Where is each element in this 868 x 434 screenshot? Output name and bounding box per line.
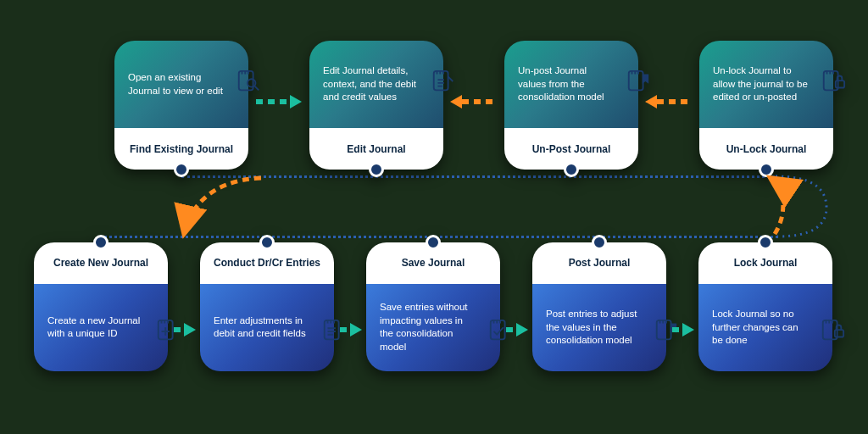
step-lock-journal: Lock Journal Lock Journal so no further … — [698, 242, 832, 371]
step-desc: Edit Journal details, context, and the d… — [323, 64, 420, 104]
connector-node — [759, 162, 774, 177]
connector-node — [426, 235, 441, 250]
search-icon — [236, 69, 261, 94]
step-desc: Un-lock Journal to allow the journal to … — [713, 64, 810, 104]
step-title: Un-Post Journal — [532, 143, 611, 155]
diagram-canvas: Open an existing Journal to view or edit… — [0, 0, 868, 434]
curved-arrow-top-to-bottom — [170, 170, 271, 242]
step-unpost-journal: Un-post Journal values from the consolid… — [504, 41, 638, 170]
step-post-journal: Post Journal Post entries to adjust the … — [532, 242, 666, 371]
step-desc: Save entries without impacting values in… — [380, 301, 476, 353]
arrow-right — [340, 327, 360, 332]
arrow-left — [647, 99, 691, 104]
lock-icon — [821, 69, 846, 94]
arrow-right — [506, 327, 526, 332]
step-title: Un-Lock Journal — [726, 143, 807, 155]
step-desc: Enter adjustments in debit and credit fi… — [214, 314, 310, 341]
step-title: Find Existing Journal — [130, 143, 233, 155]
connector-node — [564, 162, 579, 177]
arrow-right — [672, 327, 693, 332]
step-title: Create New Journal — [53, 257, 148, 269]
step-save-journal: Save Journal Save entries without impact… — [366, 242, 500, 371]
step-title: Conduct Dr/Cr Entries — [214, 257, 320, 269]
step-desc: Open an existing Journal to view or edit — [128, 71, 225, 97]
svg-point-1 — [248, 79, 255, 86]
connector-node — [93, 235, 108, 250]
connector-node — [369, 162, 384, 177]
step-title: Edit Journal — [347, 143, 405, 155]
step-create-new-journal: Create New Journal Create a new Journal … — [34, 242, 168, 371]
edit-page-icon — [431, 69, 456, 94]
step-desc: Lock Journal so no further changes can b… — [712, 308, 809, 348]
arrow-right — [174, 327, 194, 332]
svg-rect-5 — [836, 81, 844, 87]
step-title: Lock Journal — [734, 257, 798, 269]
connector-curve-right — [767, 174, 843, 242]
step-conduct-entries: Conduct Dr/Cr Entries Enter adjustments … — [200, 242, 334, 371]
step-title: Post Journal — [569, 257, 631, 269]
bookmark-page-icon — [626, 69, 651, 94]
step-desc: Un-post Journal values from the consolid… — [518, 64, 615, 104]
step-title: Save Journal — [402, 257, 465, 269]
connector-node — [758, 235, 773, 250]
step-desc: Post entries to adjust the values in the… — [546, 308, 643, 348]
step-desc: Create a new Journal with a unique ID — [47, 314, 144, 341]
step-unlock-journal: Un-lock Journal to allow the journal to … — [699, 41, 833, 170]
connector-node — [174, 162, 189, 177]
arrow-left — [452, 99, 496, 104]
connector-line-top — [181, 175, 775, 178]
lock-icon — [820, 318, 845, 343]
connector-node — [592, 235, 607, 250]
step-find-existing-journal: Open an existing Journal to view or edit… — [114, 41, 248, 170]
svg-rect-11 — [835, 330, 843, 337]
connector-node — [259, 235, 275, 250]
curved-arrow-bottom-to-top — [754, 170, 805, 239]
step-edit-journal: Edit Journal details, context, and the d… — [309, 41, 443, 170]
arrow-right — [256, 99, 300, 104]
